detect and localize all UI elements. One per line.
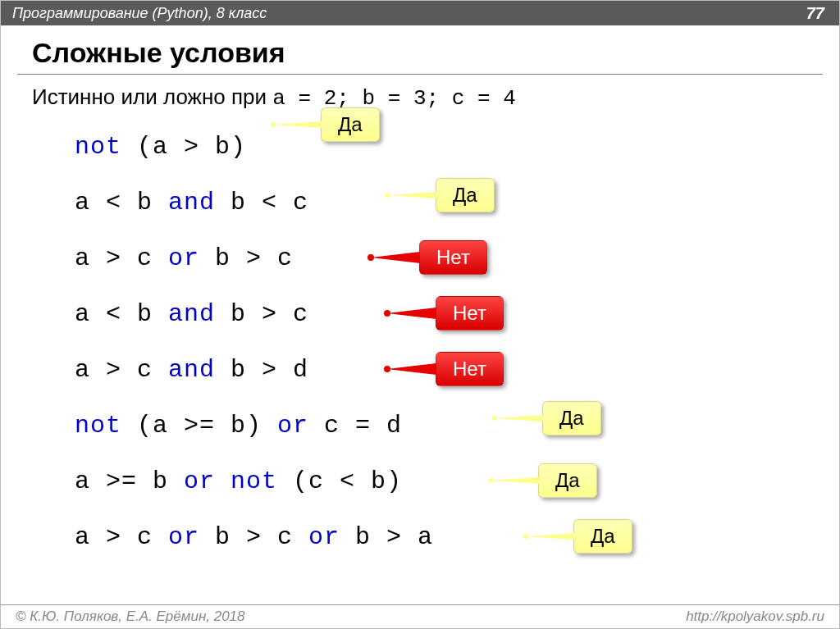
slide: Программирование (Python), 8 класс 77 Сл… — [0, 0, 840, 629]
expression-code: a > c or b > c — [75, 244, 293, 272]
expression-code: a < b and b > c — [75, 300, 308, 328]
footer-url: http://kpolyakov.spb.ru — [686, 608, 824, 625]
answer-yes-callout: Да — [573, 519, 632, 554]
expression-code: a > c or b > c or b > a — [75, 523, 433, 551]
expression-row: not (a >= b) or c = dДа — [75, 398, 839, 454]
slide-header: Программирование (Python), 8 класс 77 — [1, 1, 839, 25]
answer-yes-callout: Да — [538, 463, 597, 498]
answer-no-callout: Нет — [419, 240, 487, 275]
page-number: 77 — [806, 4, 824, 23]
expression-code: not (a > b) — [75, 133, 246, 161]
expression-list: not (a > b)Даa < b and b < cДаa > c or b… — [1, 119, 839, 565]
expression-row: a > c and b > dНет — [75, 342, 839, 398]
course-label: Программирование (Python), 8 класс — [12, 5, 267, 22]
answer-yes-callout: Да — [542, 401, 601, 435]
answer-yes-callout: Да — [436, 178, 495, 212]
expression-code: not (a >= b) or c = d — [75, 412, 402, 440]
expression-row: a > c or b > cНет — [75, 230, 839, 286]
answer-no-callout: Нет — [436, 352, 504, 386]
expression-row: a < b and b < cДа — [75, 175, 839, 230]
slide-title: Сложные условия — [1, 25, 839, 74]
title-rule — [17, 74, 823, 75]
expression-row: a > c or b > c or b > aДа — [75, 509, 839, 565]
question-line: Истинно или ложно при a = 2; b = 3; c = … — [1, 83, 839, 119]
expression-row: a < b and b > cНет — [75, 286, 839, 342]
expression-row: a >= b or not (c < b)Да — [75, 454, 839, 509]
question-values: a = 2; b = 3; c = 4 — [272, 86, 515, 111]
footer-copyright: © К.Ю. Поляков, Е.А. Ерёмин, 2018 — [16, 608, 245, 625]
slide-footer: © К.Ю. Поляков, Е.А. Ерёмин, 2018 http:/… — [1, 604, 839, 628]
answer-yes-callout: Да — [321, 107, 380, 142]
question-prefix: Истинно или ложно при — [32, 84, 272, 109]
expression-code: a > c and b > d — [75, 356, 308, 384]
answer-no-callout: Нет — [436, 296, 504, 330]
expression-code: a < b and b < c — [75, 189, 308, 217]
expression-code: a >= b or not (c < b) — [75, 467, 402, 495]
expression-row: not (a > b)Да — [75, 119, 839, 175]
